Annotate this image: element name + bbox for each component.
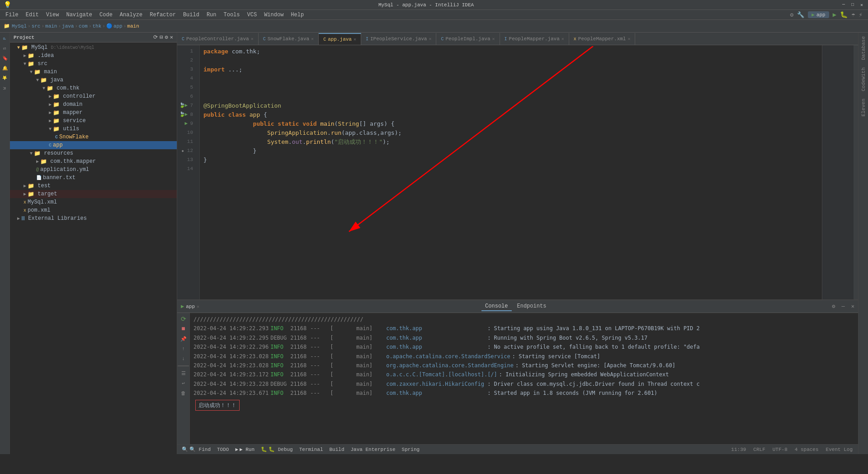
todo-btn[interactable]: TODO xyxy=(214,446,231,453)
menu-edit[interactable]: Edit xyxy=(22,11,42,19)
menu-help[interactable]: Help xyxy=(287,11,307,19)
console-wrap-btn[interactable]: ↩ xyxy=(179,379,188,387)
menu-window[interactable]: Window xyxy=(260,11,287,19)
menu-code[interactable]: Code xyxy=(96,11,116,19)
bc-thk[interactable]: thk xyxy=(93,24,102,29)
run-config[interactable]: ▶ app xyxy=(808,11,829,18)
tree-item-main[interactable]: ▼ 📁 main xyxy=(10,68,177,76)
close-tab-peoplecontroller[interactable]: ✕ xyxy=(251,36,254,42)
run-status-btn[interactable]: ▶▶ Run xyxy=(232,446,257,453)
build-btn[interactable]: Build xyxy=(327,446,347,453)
tree-item-test[interactable]: ▶ 📁 test xyxy=(10,182,177,190)
tab-console[interactable]: Console xyxy=(481,302,511,311)
tab-peoplemapperxml[interactable]: x PeopleMapper.xml ✕ xyxy=(569,33,636,45)
hide-btn[interactable]: ✕ xyxy=(170,34,173,41)
bottom-minimize-btn[interactable]: ─ xyxy=(842,303,845,310)
minimize-btn[interactable]: ─ xyxy=(841,2,846,8)
editor-scrollbar[interactable] xyxy=(822,45,858,299)
bc-main[interactable]: main xyxy=(45,24,57,29)
tree-item-utils[interactable]: ▼ 📁 utils xyxy=(10,125,177,133)
collapse-btn[interactable]: ⊟ xyxy=(160,34,163,41)
tree-item-idea[interactable]: ▶ 📁 .idea xyxy=(10,52,177,60)
tree-item-controller[interactable]: ▶ 📁 controller xyxy=(10,92,177,100)
tab-endpoints[interactable]: Endpoints xyxy=(514,302,550,311)
close-tab-snowflake[interactable]: ✕ xyxy=(311,36,314,42)
bottom-gear-btn[interactable]: ⚙ xyxy=(832,303,835,310)
console-stop-btn[interactable]: ■ xyxy=(179,325,188,333)
sync-btn[interactable]: ⟳ xyxy=(153,34,158,41)
close-btn[interactable]: ✕ xyxy=(859,2,864,8)
menu-navigate[interactable]: Navigate xyxy=(62,11,96,19)
database-panel-btn[interactable]: Database xyxy=(859,33,868,64)
tree-item-mysqlxml[interactable]: x MySql.xml xyxy=(10,198,177,206)
tab-app[interactable]: C app.java ✕ xyxy=(319,33,361,45)
tree-item-banner-txt[interactable]: 📄 banner.txt xyxy=(10,174,177,182)
debug-btn-status[interactable]: 🐛🐛 Debug xyxy=(258,446,296,453)
code-content[interactable]: package com.thk; import ...; @SpringBoot… xyxy=(200,45,822,299)
restore-btn[interactable]: □ xyxy=(850,2,855,8)
left-strip-structure[interactable]: S xyxy=(1,44,9,52)
tree-item-resources[interactable]: ▼ 📁 resources xyxy=(10,149,177,157)
menu-vcs[interactable]: VCS xyxy=(244,11,261,19)
toolbar-icon-1[interactable]: ⚙ xyxy=(790,11,793,19)
tab-peoplemapper[interactable]: I PeopleMapper.java ✕ xyxy=(500,33,569,45)
tab-peoplecontroller[interactable]: C PeopleController.java ✕ xyxy=(177,33,259,45)
java-enterprise-btn[interactable]: Java Enterprise xyxy=(348,446,398,453)
tab-ipeopleservice[interactable]: I IPeopleService.java ✕ xyxy=(361,33,436,45)
find-btn[interactable]: 🔍🔍 Find xyxy=(179,446,213,453)
menu-build[interactable]: Build xyxy=(179,11,203,19)
tree-item-pomxml[interactable]: x pom.xml xyxy=(10,206,177,214)
codewith-panel-btn[interactable]: CodeWith xyxy=(859,64,868,95)
tree-item-application-yml[interactable]: @ application.yml xyxy=(10,166,177,174)
tree-item-snowflake[interactable]: C SnowFlake xyxy=(10,133,177,141)
tree-item-src[interactable]: ▼ 📁 src xyxy=(10,60,177,68)
close-tab-ipeopleservice[interactable]: ✕ xyxy=(429,36,431,42)
menu-analyze[interactable]: Analyze xyxy=(116,11,146,19)
bc-app[interactable]: app xyxy=(113,24,123,29)
tree-item-comthk[interactable]: ▼ 📁 com.thk xyxy=(10,84,177,92)
tree-item-java[interactable]: ▼ 📁 java xyxy=(10,76,177,84)
close-tab-peoplemapperxml[interactable]: ✕ xyxy=(627,36,630,42)
left-strip-bookmark[interactable]: 🔖 xyxy=(1,54,9,62)
left-strip-web[interactable]: W xyxy=(1,84,9,92)
bottom-close-btn[interactable]: ✕ xyxy=(851,303,854,310)
tree-item-target[interactable]: ▶ 📁 target xyxy=(10,190,177,198)
bc-main-method[interactable]: main xyxy=(127,24,139,29)
left-strip-notifications[interactable]: 🔔 xyxy=(1,64,9,72)
status-indent[interactable]: 4 spaces xyxy=(795,447,819,452)
bc-mysql[interactable]: MySql xyxy=(12,24,27,29)
run-tab-close[interactable]: ✕ xyxy=(197,304,199,309)
tree-item-external-libs[interactable]: ▶ Ⅲ External Libraries xyxy=(10,214,177,223)
run-tab-label[interactable]: app xyxy=(186,304,195,309)
project-tree[interactable]: ▼ 📁 MySql D:\ideatwo\MySql ▶ 📁 .idea ▼ 📁… xyxy=(10,43,177,454)
status-line-ending[interactable]: CRLF xyxy=(753,447,765,452)
menu-run[interactable]: Run xyxy=(203,11,220,19)
run-btn[interactable]: ▶ xyxy=(833,11,836,19)
window-controls[interactable]: ─ □ ✕ xyxy=(841,2,864,8)
bc-src[interactable]: src xyxy=(32,24,41,29)
close-tab-peoplemapper[interactable]: ✕ xyxy=(561,36,564,42)
console-clear-btn[interactable]: 🗑 xyxy=(179,389,188,397)
console-up-btn[interactable]: ↑ xyxy=(179,345,188,353)
tree-item-app[interactable]: C app xyxy=(10,141,177,149)
tree-item-mysql[interactable]: ▼ 📁 MySql D:\ideatwo\MySql xyxy=(10,43,177,52)
tab-snowflake[interactable]: C SnowFlake.java ✕ xyxy=(259,33,319,45)
tree-item-mapper[interactable]: ▶ 📁 mapper xyxy=(10,109,177,117)
gear-btn[interactable]: ⚙ xyxy=(165,34,168,41)
status-encoding[interactable]: UTF-8 xyxy=(773,447,788,452)
left-strip-favorites[interactable]: ⭐ xyxy=(1,74,9,82)
console-down-btn[interactable]: ↓ xyxy=(179,355,188,363)
tree-item-domain[interactable]: ▶ 📁 domain xyxy=(10,100,177,109)
event-log-btn[interactable]: Event Log xyxy=(826,447,853,452)
close-tab-app[interactable]: ✕ xyxy=(354,37,356,42)
console-output[interactable]: ////////////////////////////////////////… xyxy=(190,313,858,444)
eleven-panel-btn[interactable]: Eleven xyxy=(859,95,868,120)
toolbar-icon-2[interactable]: 🔧 xyxy=(797,11,804,19)
debug-btn[interactable]: 🐛 xyxy=(840,11,848,19)
console-filter-btn[interactable]: ☰ xyxy=(179,369,188,377)
menu-tools[interactable]: Tools xyxy=(220,11,244,19)
terminal-btn[interactable]: Terminal xyxy=(297,446,326,453)
tree-item-comthkmapper[interactable]: ▶ 📁 com.thk.mapper xyxy=(10,157,177,166)
console-pin-btn[interactable]: 📌 xyxy=(179,335,188,343)
menu-file[interactable]: File xyxy=(2,11,22,19)
